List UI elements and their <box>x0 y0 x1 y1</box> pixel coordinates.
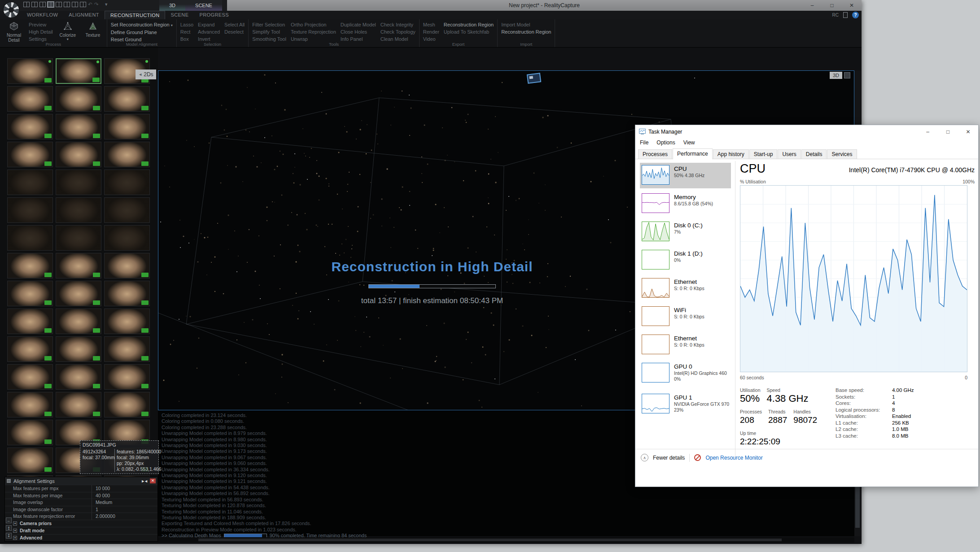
collapse-icon[interactable]: – <box>7 479 11 483</box>
3d-badge[interactable]: 3D <box>830 72 850 79</box>
image-thumbnail[interactable] <box>7 86 53 112</box>
tm-sidebar-gpu-1[interactable]: GPU 1NVIDIA GeForce GTX 97023% <box>640 391 731 420</box>
image-thumbnail[interactable] <box>7 336 53 362</box>
image-thumbnail[interactable] <box>104 253 150 278</box>
ribbon-item-check-topology[interactable]: Check Topology <box>381 29 416 35</box>
camera-plane-icon[interactable] <box>527 73 541 83</box>
image-thumbnail[interactable] <box>7 364 53 390</box>
image-thumbnail[interactable] <box>7 225 53 251</box>
layout-grid-icon[interactable] <box>64 2 70 7</box>
layout-split-icon[interactable] <box>39 2 46 7</box>
ribbon-button-texture[interactable]: Texture <box>83 21 103 41</box>
ribbon-tab-reconstruction[interactable]: RECONSTRUCTION <box>105 11 166 19</box>
dock-icon[interactable]: ►◄ <box>141 479 147 483</box>
2ds-badge[interactable]: ◄ 2Ds <box>136 70 156 79</box>
image-thumbnail[interactable] <box>56 336 101 362</box>
tm-tab-start-up[interactable]: Start-up <box>749 149 778 159</box>
image-thumbnail[interactable] <box>7 309 53 334</box>
image-thumbnail[interactable] <box>56 86 101 112</box>
ribbon-tab-progress[interactable]: PROGRESS <box>194 11 234 19</box>
close-panel-icon[interactable]: ✕ <box>150 478 156 483</box>
setting-value[interactable]: Medium <box>92 499 158 506</box>
image-thumbnail[interactable] <box>7 420 53 445</box>
layout-left-pane-icon[interactable] <box>48 2 54 7</box>
image-thumbnail[interactable] <box>104 281 150 306</box>
tm-tab-app-history[interactable]: App history <box>713 149 749 159</box>
image-thumbnail[interactable] <box>56 253 101 278</box>
undo-icon[interactable]: ↶ <box>88 2 92 7</box>
ribbon-item-select-all[interactable]: Select All <box>224 22 245 28</box>
float-tab-3d[interactable]: 3D <box>159 0 185 11</box>
image-thumbnail[interactable] <box>56 142 101 167</box>
image-thumbnail[interactable] <box>56 170 101 195</box>
layout-columns-icon[interactable] <box>31 2 38 7</box>
ribbon-tab-workflow[interactable]: WORKFLOW <box>22 11 63 19</box>
layout-quad-icon[interactable] <box>56 2 62 7</box>
ribbon-item-deselect[interactable]: Deselect <box>224 29 245 35</box>
ribbon-item-upload-to-sketchfab[interactable]: Upload To Sketchfab <box>444 29 494 35</box>
ribbon-item-preview[interactable]: Preview <box>29 22 53 28</box>
image-thumbnail[interactable] <box>7 392 53 417</box>
image-thumbnail[interactable] <box>104 392 150 417</box>
image-thumbnail[interactable] <box>56 309 101 334</box>
image-thumbnail[interactable] <box>104 309 150 334</box>
image-thumbnail[interactable] <box>7 253 53 278</box>
tm-maximize-button[interactable]: □ <box>938 125 958 138</box>
ribbon-item-high-detail[interactable]: High Detail <box>29 29 53 35</box>
ribbon-item-expand[interactable]: Expand <box>198 22 220 28</box>
image-thumbnail[interactable] <box>104 197 150 223</box>
ribbon-item-duplicate-model[interactable]: Duplicate Model <box>341 22 376 28</box>
tm-sidebar-gpu-0[interactable]: GPU 0Intel(R) HD Graphics 4600% <box>640 361 731 389</box>
ribbon-tab-alignment[interactable]: ALIGNMENT <box>63 11 105 19</box>
export-settings-icon[interactable]: ↥ <box>6 525 12 531</box>
maximize-button[interactable]: □ <box>822 0 842 11</box>
layout-rows-icon[interactable] <box>72 2 78 7</box>
expand-icon[interactable]: + <box>13 536 17 540</box>
setting-value[interactable]: 1 <box>92 506 158 513</box>
tm-close-button[interactable]: ✕ <box>958 125 978 138</box>
load-settings-icon[interactable]: ← <box>6 517 12 523</box>
ribbon-item-simplify-tool[interactable]: Simplify Tool <box>252 29 286 35</box>
image-thumbnail[interactable] <box>7 170 53 195</box>
setting-value[interactable]: 2.000000 <box>92 513 158 520</box>
new-document-icon[interactable] <box>843 12 848 18</box>
setting-section-camera-priors[interactable]: +Camera priors <box>5 520 158 527</box>
image-thumbnail[interactable] <box>7 114 53 139</box>
image-thumbnail[interactable] <box>104 364 150 390</box>
image-thumbnail[interactable] <box>7 142 53 167</box>
ribbon-item-reconstruction-region[interactable]: Reconstruction Region <box>444 22 494 28</box>
tm-sidebar-wifi[interactable]: WiFiS: 0 R: 0 Kbps <box>640 304 731 330</box>
image-thumbnail[interactable] <box>56 392 101 417</box>
image-thumbnail[interactable] <box>56 114 101 139</box>
ribbon-item-check-integrity[interactable]: Check Integrity <box>381 22 416 28</box>
qat-menu-icon[interactable]: ▼ <box>104 2 108 7</box>
tm-sidebar-ethernet[interactable]: EthernetS: 0 R: 0 Kbps <box>640 332 731 358</box>
tm-tab-details[interactable]: Details <box>801 149 827 159</box>
image-thumbnail[interactable] <box>7 281 53 306</box>
image-thumbnail[interactable] <box>56 225 101 251</box>
viewport-menu-icon[interactable] <box>844 72 850 78</box>
tm-sidebar-disk-1-d[interactable]: Disk 1 (D:)0% <box>640 248 731 273</box>
image-thumbnail[interactable] <box>56 364 101 390</box>
tm-sidebar-memory[interactable]: Memory8.6/15.8 GB (54%) <box>640 191 731 217</box>
setting-value[interactable]: 10 000 <box>92 485 158 492</box>
ribbon-item-advanced[interactable]: Advanced <box>198 29 220 35</box>
tm-minimize-button[interactable]: – <box>918 125 938 138</box>
tm-sidebar-ethernet[interactable]: EthernetS: 0 R: 0 Kbps <box>640 276 731 301</box>
tm-menu-view[interactable]: View <box>683 139 695 146</box>
expand-icon[interactable]: + <box>13 522 17 526</box>
close-button[interactable]: ✕ <box>842 0 862 11</box>
ribbon-tab-scene[interactable]: SCENE <box>165 11 194 19</box>
tm-tab-processes[interactable]: Processes <box>638 149 672 159</box>
ribbon-item-texture-reprojection[interactable]: Texture Reprojection <box>291 29 336 35</box>
help-icon[interactable]: ? <box>852 12 859 18</box>
fewer-details-button[interactable]: Fewer details <box>653 455 685 461</box>
import-settings-icon[interactable]: ↧ <box>6 533 12 539</box>
ribbon-item-rect[interactable]: Rect <box>180 29 193 35</box>
image-thumbnail[interactable] <box>104 86 150 112</box>
horizontal-scrollbar[interactable] <box>158 537 854 543</box>
tm-tab-users[interactable]: Users <box>778 149 801 159</box>
layout-single-icon[interactable] <box>23 2 30 7</box>
tm-sidebar-disk-0-c[interactable]: Disk 0 (C:)7% <box>640 219 731 245</box>
float-tab-scene[interactable]: SCENE <box>185 0 222 11</box>
